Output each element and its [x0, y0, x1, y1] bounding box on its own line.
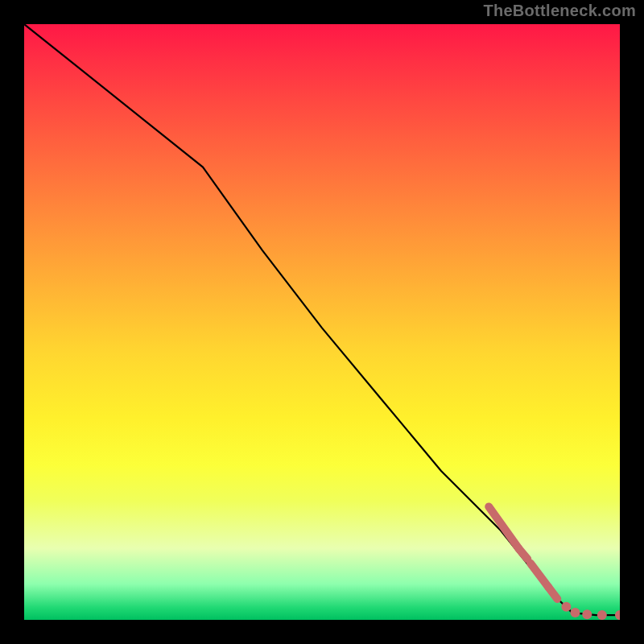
data-point: [597, 610, 607, 620]
data-point: [582, 609, 592, 619]
data-segment: [530, 564, 548, 588]
data-segment: [489, 506, 518, 548]
curve-line: [24, 24, 620, 615]
data-point: [571, 608, 580, 617]
plot-area: [24, 24, 620, 620]
chart-svg: [24, 24, 620, 620]
chart-frame: TheBottleneck.com: [0, 0, 644, 644]
marker-group: [489, 506, 620, 620]
watermark-text: TheBottleneck.com: [483, 2, 636, 20]
data-point: [615, 610, 620, 620]
data-segment: [518, 548, 527, 559]
data-segment: [548, 587, 557, 599]
data-point: [561, 602, 571, 612]
